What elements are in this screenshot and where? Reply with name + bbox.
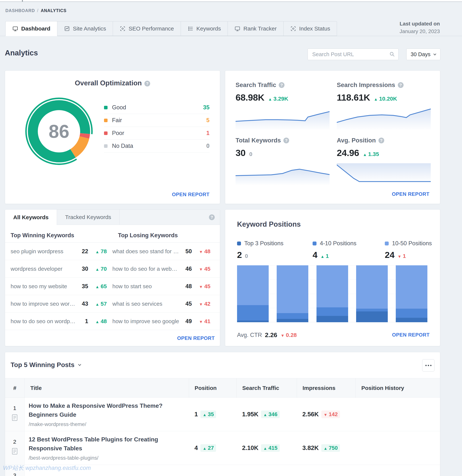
last-updated-date: January 20, 2023 bbox=[400, 28, 440, 35]
avg-ctr-value: 2.26 bbox=[265, 331, 277, 339]
losing-keyword[interactable]: how to start seo 48 45 bbox=[112, 283, 210, 290]
metric-delta: 0 bbox=[249, 151, 253, 157]
metric-delta: 10.20K bbox=[374, 96, 397, 102]
help-icon[interactable] bbox=[283, 138, 289, 143]
winning-keyword[interactable]: seo plugin wordpress 22 78 bbox=[11, 248, 112, 255]
search-input[interactable] bbox=[308, 49, 399, 60]
keyword-row: how to seo my website 35 65 how to start… bbox=[5, 278, 220, 295]
mid-value: 4 1 bbox=[313, 250, 329, 260]
col-search-traffic: Search Traffic bbox=[236, 378, 297, 398]
keywords-rows: seo plugin wordpress 22 78 what does seo… bbox=[5, 243, 220, 330]
breadcrumb-separator: / bbox=[35, 8, 41, 13]
losing-keyword[interactable]: what does seo stand for in... 50 48 bbox=[112, 248, 210, 255]
winning-keyword[interactable]: how to do seo on wordpress 1 48 bbox=[11, 318, 112, 325]
post-slug: /make-wordpress-theme/ bbox=[29, 421, 183, 427]
chevron-down-icon bbox=[77, 362, 82, 367]
winning-keyword[interactable]: wordpress developer 30 70 bbox=[11, 265, 112, 272]
help-icon[interactable] bbox=[378, 138, 384, 143]
tab-rank-tracker[interactable]: Rank Tracker bbox=[227, 21, 283, 36]
keyword-row: how to do seo on wordpress 1 48 how to i… bbox=[5, 313, 220, 330]
seo-score-value: 86 bbox=[22, 94, 96, 168]
top3-swatch bbox=[237, 242, 241, 246]
help-icon[interactable] bbox=[398, 82, 404, 88]
browser-top-strip bbox=[0, 0, 462, 2]
keyword-row: wordpress developer 30 70 how to do seo … bbox=[5, 260, 220, 278]
legend-10-50-positions: 10-50 Positions bbox=[385, 240, 432, 247]
good-swatch bbox=[104, 106, 108, 109]
help-icon[interactable] bbox=[209, 214, 215, 220]
position-bar bbox=[316, 265, 348, 322]
tab-all-keywords[interactable]: All Keywords bbox=[5, 210, 57, 225]
metric-value: 24.96 bbox=[337, 148, 359, 158]
stacked-bars bbox=[237, 265, 427, 322]
dot-icon bbox=[430, 365, 431, 366]
open-report-link[interactable]: OPEN REPORT bbox=[172, 192, 209, 197]
post-title-link[interactable]: 12 Best WordPress Table Plugins for Crea… bbox=[29, 435, 183, 453]
losing-keyword[interactable]: how to do seo for a website 46 45 bbox=[112, 265, 210, 272]
page-title: Analytics bbox=[5, 49, 38, 57]
losing-keyword[interactable]: how to improve seo google 49 41 bbox=[112, 318, 210, 325]
light-value: 24 1 bbox=[385, 250, 406, 260]
last-updated: Last updated on January 20, 2023 bbox=[400, 20, 440, 35]
tab-index-status[interactable]: Index Status bbox=[283, 21, 337, 36]
metric-label: Search Impressions bbox=[337, 81, 431, 88]
keyword-row: how to improve seo wordp... 43 57 what i… bbox=[5, 295, 220, 313]
traffic-delta: 415 bbox=[261, 444, 280, 452]
more-menu-button[interactable] bbox=[422, 359, 435, 372]
open-report-link[interactable]: OPEN REPORT bbox=[392, 191, 429, 197]
keyword-positions-card: Keyword Positions Top 3 Positions 4-10 P… bbox=[225, 209, 440, 346]
legend-value: 0 bbox=[206, 143, 209, 149]
dot-icon bbox=[425, 365, 427, 366]
date-range-value: 30 Days bbox=[411, 51, 430, 58]
tab-label: Keywords bbox=[196, 26, 221, 32]
position-bar bbox=[396, 265, 427, 322]
date-range-select[interactable]: 30 Days bbox=[406, 49, 440, 60]
row-number: 2 bbox=[13, 439, 16, 445]
help-icon[interactable] bbox=[144, 81, 150, 86]
keywords-column-headers: Top Winning Keywords Top Losing Keywords bbox=[5, 228, 220, 243]
metric-label: Avg. Position bbox=[337, 137, 431, 144]
scan-eye-icon bbox=[290, 26, 296, 32]
winning-keyword[interactable]: how to improve seo wordp... 43 57 bbox=[11, 300, 112, 307]
legend-value: 5 bbox=[206, 117, 209, 124]
breadcrumb-analytics: ANALYTICS bbox=[41, 8, 67, 13]
document-icon bbox=[12, 448, 17, 455]
top-losing-keywords-header: Top Losing Keywords bbox=[118, 232, 178, 239]
list-icon bbox=[188, 26, 193, 32]
traffic-delta: 346 bbox=[261, 410, 280, 418]
posts-title-dropdown[interactable]: Top 5 Winning Posts bbox=[11, 361, 82, 368]
post-title-link[interactable]: How to Make a Responsive WordPress Theme… bbox=[29, 401, 183, 419]
legend-label: Fair bbox=[112, 117, 206, 124]
monitor-icon bbox=[12, 26, 18, 32]
open-report-link[interactable]: OPEN REPORT bbox=[392, 332, 430, 338]
help-icon[interactable] bbox=[279, 82, 285, 88]
winning-keyword[interactable]: how to seo my website 35 65 bbox=[11, 283, 112, 290]
monitor-icon bbox=[235, 26, 240, 32]
tab-label: SEO Performance bbox=[129, 26, 174, 32]
position-bar bbox=[356, 265, 388, 322]
tab-dashboard[interactable]: Dashboard bbox=[5, 21, 57, 36]
tab-seo-performance[interactable]: SEO Performance bbox=[113, 21, 181, 36]
tab-tracked-keywords[interactable]: Tracked Keywords bbox=[57, 210, 120, 225]
metric-search-impressions: Search Impressions 118.61K 10.20K bbox=[337, 81, 431, 129]
legend-label: No Data bbox=[112, 143, 206, 149]
tab-label: Index Status bbox=[299, 26, 330, 32]
keyword-positions-title: Keyword Positions bbox=[237, 220, 301, 228]
legend-label: Good bbox=[112, 104, 203, 111]
search-traffic-sparkline bbox=[235, 108, 330, 129]
keyword-row: seo plugin wordpress 22 78 what does seo… bbox=[5, 243, 220, 260]
tab-site-analytics[interactable]: Site Analytics bbox=[57, 21, 113, 36]
open-report-link[interactable]: OPEN REPORT bbox=[177, 335, 215, 341]
legend-row-good: Good 35 bbox=[104, 101, 209, 114]
positions-footer: Avg. CTR 2.26 0.28 OPEN REPORT bbox=[237, 331, 430, 339]
optimization-legend: Good 35 Fair 5 Poor 1 No Data 0 bbox=[104, 101, 209, 153]
breadcrumb-dashboard[interactable]: DASHBOARD bbox=[5, 8, 35, 13]
impressions-value: 2.56K bbox=[302, 411, 319, 418]
tab-keywords[interactable]: Keywords bbox=[181, 21, 228, 36]
losing-keyword[interactable]: what is seo services 45 42 bbox=[112, 300, 210, 307]
posts-card-header: Top 5 Winning Posts bbox=[5, 352, 440, 378]
top-winning-keywords-header: Top Winning Keywords bbox=[11, 232, 118, 239]
impressions-value: 3.82K bbox=[302, 444, 319, 451]
dot-icon bbox=[428, 365, 429, 366]
mid-swatch bbox=[313, 242, 316, 246]
